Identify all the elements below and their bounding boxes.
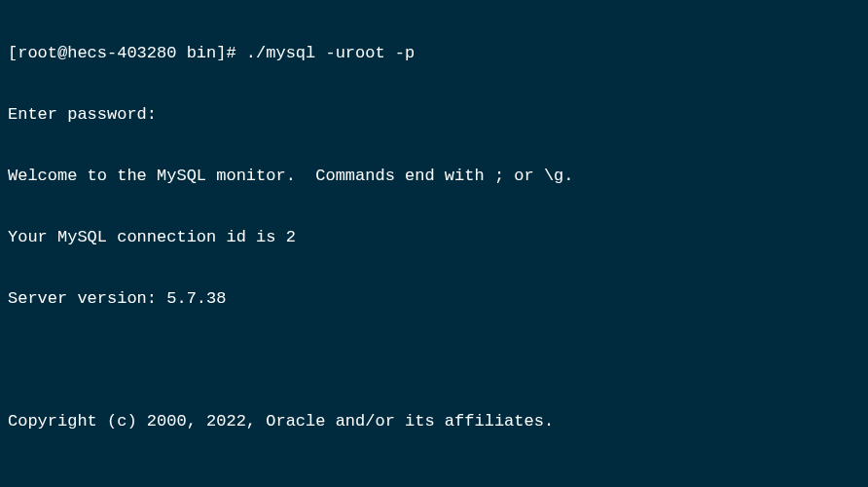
connection-id: Your MySQL connection id is 2 (8, 222, 860, 252)
blank-line (8, 345, 860, 375)
shell-prompt-line: [root@hecs-403280 bin]# ./mysql -uroot -… (8, 38, 860, 68)
welcome-message: Welcome to the MySQL monitor. Commands e… (8, 161, 860, 191)
terminal-output[interactable]: [root@hecs-403280 bin]# ./mysql -uroot -… (8, 8, 860, 487)
copyright-notice: Copyright (c) 2000, 2022, Oracle and/or … (8, 406, 860, 436)
password-prompt: Enter password: (8, 99, 860, 130)
server-version: Server version: 5.7.38 (8, 283, 860, 314)
blank-line (8, 468, 860, 487)
